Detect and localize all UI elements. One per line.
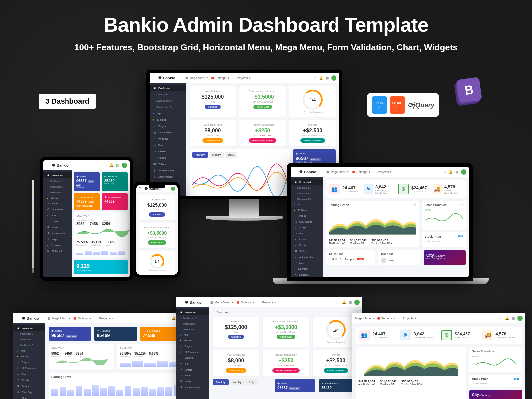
- sidebar-item-box[interactable]: ▭Box: [291, 230, 323, 236]
- sidebar-item-tables[interactable]: ▦Tables: [43, 224, 72, 230]
- sidebar-item-d1[interactable]: Dashboard 1: [150, 91, 186, 98]
- sidebar-item-app[interactable]: App: [291, 202, 323, 207]
- sidebar-item-map[interactable]: ⚐Map: [43, 236, 72, 242]
- sidebar-item-mailbox[interactable]: Mailbox: [43, 195, 72, 201]
- mega-menu-link[interactable]: ▦ Mega Menu ▾: [185, 76, 208, 80]
- sidebar-item-forms[interactable]: ≡Forms: [291, 242, 323, 248]
- menu-icon[interactable]: ☰: [46, 164, 49, 167]
- money-icon: $: [398, 184, 409, 194]
- returns-card: ↩ Returns 85469 Return Today: [102, 172, 128, 191]
- sidebar-item-d1[interactable]: Dashboard 1: [291, 185, 323, 191]
- sidebar-item-ui[interactable]: ▢UI Elements: [291, 219, 323, 225]
- sidebar-item-widgets[interactable]: ▫Widgets: [150, 136, 186, 142]
- phone-gauge-card: 1/4 Overdue Invoices: [139, 251, 175, 275]
- sidebar-item-extension[interactable]: Extension: [291, 266, 323, 272]
- sidebar-item-tables[interactable]: ▦Tables: [291, 248, 323, 254]
- balance-card: Your Balance $125,000 Total Statistics: [190, 86, 236, 117]
- sidebar-item-ui[interactable]: ▢UI Elements: [150, 129, 186, 136]
- settings-link[interactable]: Settings ▾: [211, 76, 229, 80]
- sidebar-item-forms[interactable]: ≡Forms: [150, 155, 186, 161]
- downloads-card: ⬇ Downloads 74589: [102, 193, 128, 210]
- tab-weekly[interactable]: Weekly: [209, 152, 224, 158]
- sidebar-item-dashboard[interactable]: ◉Dashboard: [291, 179, 323, 185]
- sidebar-item-ui[interactable]: ▢UI Elements: [43, 206, 72, 212]
- menu-icon[interactable]: ☰: [293, 170, 296, 174]
- sidebar-item-d2[interactable]: Dashboard 2: [150, 98, 186, 104]
- bootstrap-icon: B: [456, 77, 482, 103]
- avatar[interactable]: [331, 75, 336, 81]
- recent-transactions-button[interactable]: Recent transactions: [249, 138, 276, 143]
- phone-saving-card: Your saving this month +$3,5000 of your …: [139, 223, 175, 248]
- credit-history-button[interactable]: Credit History: [226, 368, 246, 373]
- sidebar-item-d1[interactable]: Dashboard 1: [43, 178, 72, 184]
- sidebar-item-multi[interactable]: ⊞Multilevel: [43, 248, 72, 254]
- settings-link[interactable]: Settings ▾: [352, 170, 370, 174]
- sidebar-item-tables[interactable]: ▦Tables: [150, 161, 186, 167]
- adjust-goal-button[interactable]: Adjust Goal: [277, 335, 295, 339]
- sidebar-item-charts[interactable]: ↗Charts: [291, 236, 323, 242]
- tab-monthly[interactable]: Monthly: [192, 152, 208, 158]
- flag-icon: ⚑: [400, 330, 411, 340]
- sidebar-item-mailbox[interactable]: Mailbox: [150, 117, 186, 123]
- mega-menu-link[interactable]: ▦ Mega Menu ▾: [48, 317, 71, 320]
- sidebar-item-app[interactable]: App: [150, 110, 186, 117]
- search-icon[interactable]: ⌕: [314, 76, 316, 80]
- brand-logo[interactable]: ⬣ Bankio: [52, 163, 69, 167]
- statistics-button[interactable]: Statistics: [205, 105, 221, 109]
- brand-logo[interactable]: ⬣ Bankio: [158, 76, 175, 80]
- sidebar-item-auth[interactable]: ⚷Authentication: [150, 167, 186, 174]
- credit-history-button[interactable]: Credit History: [202, 138, 223, 143]
- checkbox-icon[interactable]: ☐: [329, 258, 331, 261]
- sidebar-item-multi[interactable]: ⊞Multilevel: [291, 272, 323, 277]
- avatar[interactable]: [171, 187, 175, 191]
- sidebar-item-charts[interactable]: ↗Charts: [43, 218, 72, 224]
- sidebar-item-d3[interactable]: Dashboard 3: [150, 104, 186, 110]
- sidebar-item-box[interactable]: ▭Box: [150, 142, 186, 148]
- sidebar-item-auth[interactable]: ⚷Authentication: [43, 230, 72, 236]
- statistics-button[interactable]: Statistics: [228, 335, 244, 339]
- sidebar-item-d2[interactable]: Dashboard 2: [43, 184, 72, 190]
- card-menu-icon[interactable]: — ⋯ ×: [408, 203, 416, 207]
- sidebar-item-map[interactable]: ⚐Map: [291, 260, 323, 266]
- sidebar-item-d3[interactable]: Dashboard 3: [43, 190, 72, 195]
- tab-daily[interactable]: Daily: [245, 379, 258, 385]
- sidebar-item-charts[interactable]: ↗Charts: [150, 148, 186, 155]
- sidebar-item-pages[interactable]: ◦Pages: [291, 213, 323, 219]
- css3-badge: CSS3: [372, 96, 387, 114]
- sidebar-item-widgets[interactable]: ▫Widgets: [291, 225, 323, 230]
- sidebar-item-auth[interactable]: ⚷Authentication: [291, 254, 323, 260]
- adjust-goal-button[interactable]: Adjust Goal: [148, 240, 166, 245]
- tab-daily[interactable]: Daily: [225, 152, 237, 158]
- sidebar-item-d3[interactable]: Dashboard 3: [291, 196, 323, 202]
- projects-link[interactable]: ⋮ Projects ▾: [233, 76, 251, 80]
- adjust-goal-button[interactable]: Adjust Goal: [253, 105, 272, 109]
- sidebar-item-pages[interactable]: ◦Pages: [43, 201, 72, 206]
- sidebar-item-extension[interactable]: Extension: [43, 242, 72, 248]
- avatar[interactable]: [461, 169, 466, 175]
- sidebar-item-pages[interactable]: ◦Pages: [150, 123, 186, 129]
- userlist-card: User list Austin: [378, 250, 420, 265]
- recent-transactions-button[interactable]: Recent transactions: [272, 368, 300, 373]
- projects-link[interactable]: ⋮ Projects ▾: [95, 317, 113, 320]
- brand-logo[interactable]: ⬣ Bankio: [299, 170, 316, 174]
- stock-price-card: Stock Price▮▮▮▮ QUARTER DATA: [469, 375, 522, 387]
- statistics-button[interactable]: Statistics: [149, 212, 165, 217]
- bell-icon[interactable]: 🔔: [319, 76, 323, 80]
- pageviews-card: 9,125 Total page views: [74, 260, 128, 274]
- sidebar-item-errors[interactable]: ⚠Error Pages: [150, 174, 186, 180]
- grid-icon[interactable]: ▦: [326, 76, 329, 80]
- projects-link[interactable]: ⋮ Projects ▾: [374, 170, 392, 174]
- interest-stats-button[interactable]: Interest Statistics: [324, 368, 348, 373]
- sidebar-item-dashboard[interactable]: ◉Dashboard: [150, 85, 186, 91]
- interest-stats-button[interactable]: Interest Statistics: [300, 138, 325, 143]
- sidebar-item-box[interactable]: ▭Box: [43, 212, 72, 218]
- menu-icon[interactable]: ☰: [152, 76, 155, 80]
- settings-link[interactable]: Settings ▾: [74, 317, 92, 320]
- tab-weekly[interactable]: Weekly: [229, 379, 245, 385]
- gauge-icon: 1/4: [303, 90, 323, 110]
- sidebar-item-d2[interactable]: Dashboard 2: [291, 191, 323, 196]
- sidebar-item-dashboard[interactable]: ◉Dashboard: [43, 172, 72, 178]
- sidebar-item-mailbox[interactable]: Mailbox: [291, 207, 323, 213]
- tab-monthly[interactable]: Monthly: [213, 379, 229, 385]
- mega-menu-link[interactable]: ▦ Mega Menu ▾: [326, 170, 349, 174]
